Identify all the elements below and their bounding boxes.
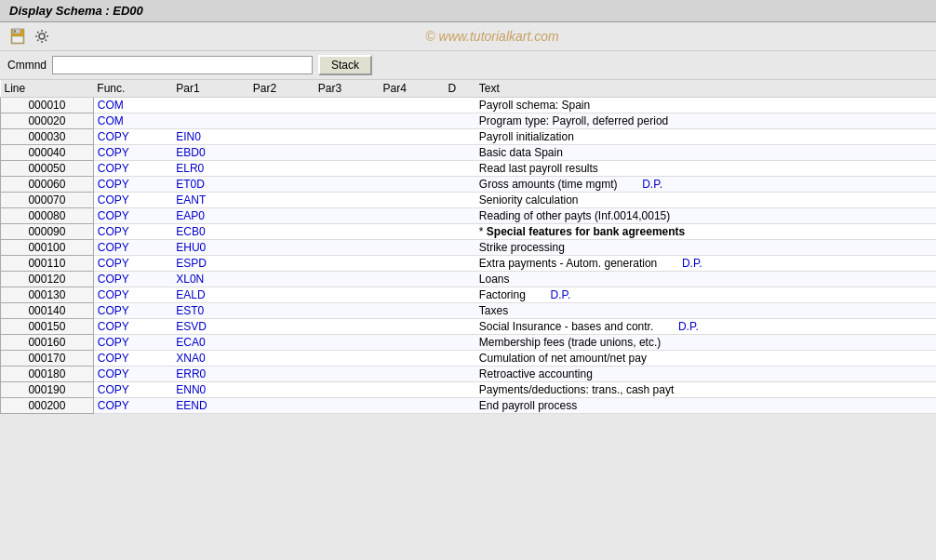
watermark: © www.tutorialkart.com [56, 29, 929, 44]
cell-par1 [172, 98, 249, 113]
cell-par3 [314, 129, 380, 145]
cell-par3 [314, 287, 380, 303]
cell-par2 [249, 287, 314, 303]
cell-text: Basic data Spain [475, 145, 936, 161]
table-row[interactable]: 000140COPYEST0Taxes [1, 303, 937, 319]
cell-line: 000080 [1, 208, 94, 224]
cell-text: Payments/deductions: trans., cash payt [475, 382, 936, 398]
command-input[interactable] [52, 56, 313, 74]
table-row[interactable]: 000030COPYEIN0Payroll initialization [1, 129, 937, 145]
cell-d [445, 161, 475, 177]
cell-text: End payroll process [475, 398, 936, 414]
cell-par2 [249, 113, 314, 129]
table-row[interactable]: 000150COPYESVDSocial Insurance - bases a… [1, 319, 937, 335]
cell-par1: ERR0 [172, 367, 249, 382]
cell-par3 [314, 145, 380, 161]
cell-par4 [380, 272, 445, 287]
cell-line: 000140 [1, 303, 94, 319]
cell-text: Gross amounts (time mgmt) D.P. [475, 177, 936, 193]
cell-text: * Special features for bank agreements [475, 224, 936, 240]
table-row[interactable]: 000070COPYEANTSeniority calculation [1, 193, 937, 208]
save-icon[interactable] [7, 26, 28, 47]
cell-text: Loans [475, 272, 936, 287]
cell-d [445, 129, 475, 145]
cell-par4 [380, 240, 445, 256]
cell-d [445, 351, 475, 367]
col-func: Func. [93, 80, 172, 98]
cell-par1: ECB0 [172, 224, 249, 240]
cell-func: COPY [93, 240, 172, 256]
cell-par2 [249, 351, 314, 367]
cell-par1: EBD0 [172, 145, 249, 161]
table-row[interactable]: 000020COMProgram type: Payroll, deferred… [1, 113, 937, 129]
cell-par4 [380, 287, 445, 303]
cell-par4 [380, 129, 445, 145]
table-row[interactable]: 000160COPYECA0Membership fees (trade uni… [1, 335, 937, 351]
cell-par4 [380, 224, 445, 240]
col-par3: Par3 [314, 80, 380, 98]
cell-func: COPY [93, 145, 172, 161]
cell-d [445, 240, 475, 256]
table-row[interactable]: 000040COPYEBD0Basic data Spain [1, 145, 937, 161]
cell-par4 [380, 398, 445, 414]
cell-text: Reading of other payts (Inf.0014,0015) [475, 208, 936, 224]
table-row[interactable]: 000060COPYET0DGross amounts (time mgmt) … [1, 177, 937, 193]
cell-par2 [249, 129, 314, 145]
cell-text: Cumulation of net amount/net pay [475, 351, 936, 367]
cell-par4 [380, 367, 445, 382]
cell-par3 [314, 319, 380, 335]
cell-par1: EEND [172, 398, 249, 414]
cell-par2 [249, 161, 314, 177]
table-row[interactable]: 000180COPYERR0Retroactive accounting [1, 367, 937, 382]
table-row[interactable]: 000110COPYESPDExtra payments - Autom. ge… [1, 256, 937, 272]
cell-line: 000110 [1, 256, 94, 272]
table-row[interactable]: 000100COPYEHU0Strike processing [1, 240, 937, 256]
cell-par4 [380, 113, 445, 129]
table-row[interactable]: 000050COPYELR0Read last payroll results [1, 161, 937, 177]
cell-line: 000130 [1, 287, 94, 303]
table-row[interactable]: 000120COPYXL0NLoans [1, 272, 937, 287]
cell-par2 [249, 98, 314, 113]
cell-par1: ET0D [172, 177, 249, 193]
config-icon[interactable] [32, 26, 52, 47]
table-row[interactable]: 000010COMPayroll schema: Spain [1, 98, 937, 113]
cell-line: 000120 [1, 272, 94, 287]
table-row[interactable]: 000170COPYXNA0Cumulation of net amount/n… [1, 351, 937, 367]
cell-par3 [314, 177, 380, 193]
table-row[interactable]: 000200COPYEENDEnd payroll process [1, 398, 937, 414]
cell-line: 000040 [1, 145, 94, 161]
cell-par3 [314, 335, 380, 351]
cell-line: 000030 [1, 129, 94, 145]
cell-func: COPY [93, 272, 172, 287]
cell-d [445, 335, 475, 351]
table-row[interactable]: 000090COPYECB0* Special features for ban… [1, 224, 937, 240]
cell-func: COM [93, 98, 172, 113]
stack-button[interactable]: Stack [318, 55, 372, 75]
svg-point-4 [39, 33, 45, 39]
cell-func: COPY [93, 287, 172, 303]
cell-par3 [314, 351, 380, 367]
cell-par1: EALD [172, 287, 249, 303]
cell-par1: ELR0 [172, 161, 249, 177]
cell-par2 [249, 145, 314, 161]
table-row[interactable]: 000190COPYENN0Payments/deductions: trans… [1, 382, 937, 398]
cell-par2 [249, 382, 314, 398]
table-row[interactable]: 000080COPYEAP0Reading of other payts (In… [1, 208, 937, 224]
cell-line: 000190 [1, 382, 94, 398]
cell-func: COPY [93, 367, 172, 382]
cell-par2 [249, 303, 314, 319]
cell-d [445, 224, 475, 240]
cell-func: COPY [93, 193, 172, 208]
cell-par4 [380, 382, 445, 398]
cell-text: Program type: Payroll, deferred period [475, 113, 936, 129]
title-bar: Display Schema : ED00 [0, 0, 936, 22]
cell-line: 000180 [1, 367, 94, 382]
cell-par3 [314, 161, 380, 177]
cell-text: Seniority calculation [475, 193, 936, 208]
table-row[interactable]: 000130COPYEALDFactoring D.P. [1, 287, 937, 303]
cell-par3 [314, 256, 380, 272]
cell-par1: XNA0 [172, 351, 249, 367]
cell-line: 000100 [1, 240, 94, 256]
cell-par4 [380, 177, 445, 193]
cell-par2 [249, 193, 314, 208]
